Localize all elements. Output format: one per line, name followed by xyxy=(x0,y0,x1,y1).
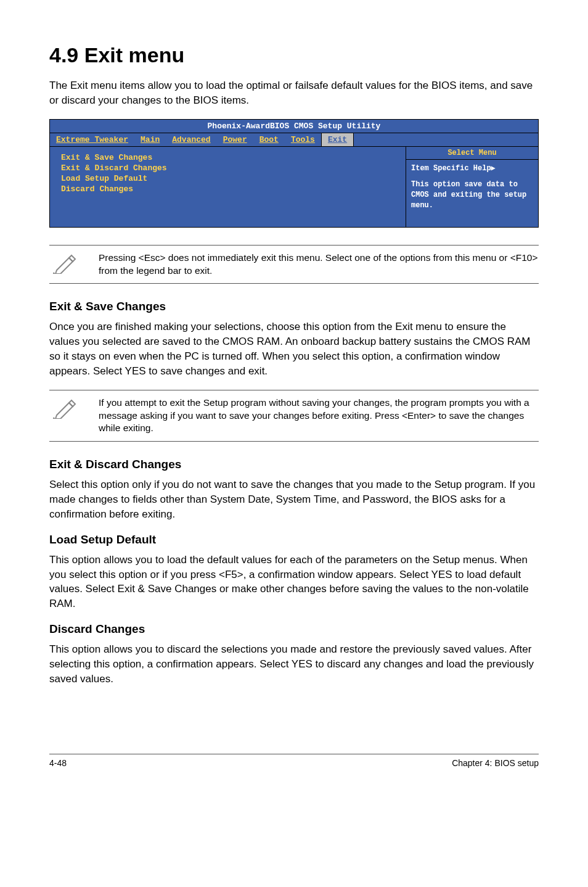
bios-menu-main[interactable]: Main xyxy=(134,133,166,146)
note-text-1: Pressing <Esc> does not immediately exit… xyxy=(99,252,539,278)
bios-help-title: Item Specific Help▶ xyxy=(411,163,533,174)
bios-menu-extreme[interactable]: Extreme Tweaker xyxy=(50,133,134,146)
bios-options: Exit & Save Changes Exit & Discard Chang… xyxy=(50,147,406,227)
bios-menu-tools[interactable]: Tools xyxy=(285,133,321,146)
bios-menu-boot[interactable]: Boot xyxy=(253,133,285,146)
bios-screenshot: Phoenix-AwardBIOS CMOS Setup Utility Ext… xyxy=(49,119,539,228)
footer-chapter: Chapter 4: BIOS setup xyxy=(452,758,539,768)
note-text-2: If you attempt to exit the Setup program… xyxy=(99,397,539,435)
pencil-icon xyxy=(53,253,78,276)
section3-title: Load Setup Default xyxy=(49,533,539,547)
bios-sidebar-title: Select Menu xyxy=(406,147,538,160)
section3-body: This option allows you to load the defau… xyxy=(49,553,539,611)
page-heading: 4.9 Exit menu xyxy=(49,43,539,67)
section4-body: This option allows you to discard the se… xyxy=(49,642,539,686)
bios-item[interactable]: Exit & Save Changes xyxy=(61,153,394,162)
section4-title: Discard Changes xyxy=(49,622,539,636)
pencil-icon xyxy=(53,398,78,421)
bios-item[interactable]: Discard Changes xyxy=(61,184,394,194)
bios-menu-exit[interactable]: Exit xyxy=(321,133,354,146)
bios-menu-power[interactable]: Power xyxy=(217,133,253,146)
bios-item[interactable]: Load Setup Default xyxy=(61,174,394,183)
bios-menu-advanced[interactable]: Advanced xyxy=(166,133,216,146)
section2-title: Exit & Discard Changes xyxy=(49,458,539,471)
bios-title: Phoenix-AwardBIOS CMOS Setup Utility xyxy=(50,120,538,133)
bios-item[interactable]: Exit & Discard Changes xyxy=(61,163,394,173)
footer-page-number: 4-48 xyxy=(49,758,67,768)
section1-title: Exit & Save Changes xyxy=(49,300,539,313)
bios-menubar: Extreme Tweaker Main Advanced Power Boot… xyxy=(50,133,538,147)
note-block-2: If you attempt to exit the Setup program… xyxy=(49,390,539,442)
section1-body: Once you are finished making your select… xyxy=(49,320,539,378)
intro-text: The Exit menu items allow you to load th… xyxy=(49,78,539,108)
page-footer: 4-48 Chapter 4: BIOS setup xyxy=(49,754,539,768)
bios-help-body: This option save data to CMOS and exitin… xyxy=(411,179,533,210)
section2-body: Select this option only if you do not wa… xyxy=(49,477,539,521)
note-block-1: Pressing <Esc> does not immediately exit… xyxy=(49,245,539,284)
